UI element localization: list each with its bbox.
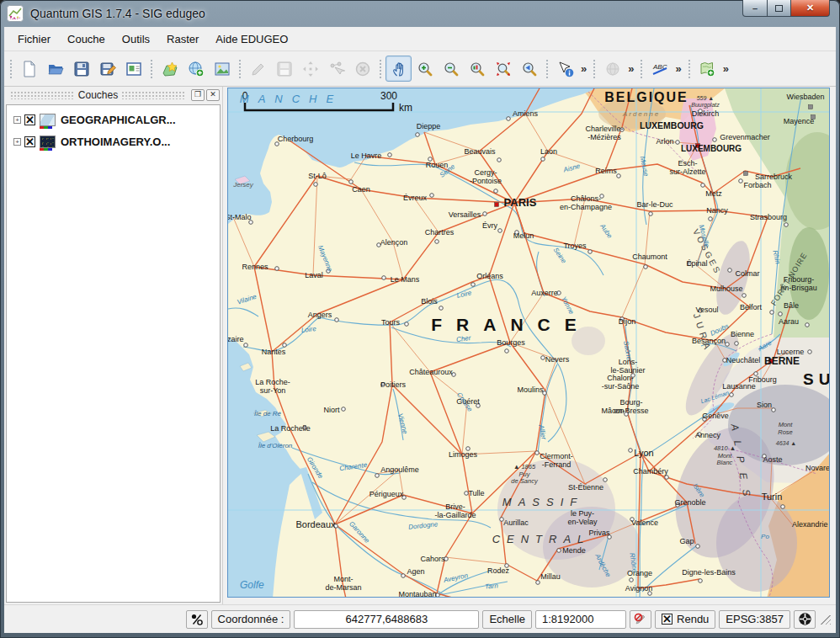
save-project-button[interactable] [68, 56, 94, 82]
menu-fichier[interactable]: Fichier [9, 29, 59, 49]
toolbar-handle[interactable] [640, 59, 643, 79]
save-edits-button[interactable] [271, 56, 297, 82]
maximize-button[interactable] [768, 0, 791, 17]
node-tool-button[interactable] [323, 56, 349, 82]
toolbar-handle[interactable] [238, 59, 242, 79]
toolbar-overflow-chevron[interactable]: » [625, 62, 636, 75]
pan-map-button[interactable] [385, 56, 412, 82]
save-project-as-button[interactable] [94, 56, 120, 82]
scale-field[interactable]: 1:8192000 [535, 610, 626, 629]
svg-text:Agen: Agen [407, 567, 424, 576]
svg-text:Sion: Sion [757, 401, 772, 409]
labeling-button[interactable]: ABC [646, 56, 673, 82]
svg-text:Nantes: Nantes [262, 348, 286, 356]
menu-couche[interactable]: Couche [59, 29, 114, 49]
svg-text:Gap: Gap [679, 537, 694, 545]
svg-text:Angoulême: Angoulême [380, 465, 419, 474]
svg-text:Aurillac: Aurillac [503, 518, 529, 527]
scale-label: Echelle [482, 610, 532, 629]
toolbar-overflow-chevron[interactable]: » [720, 62, 731, 75]
tree-expander-icon[interactable]: + [13, 138, 21, 146]
svg-text:Po: Po [761, 533, 769, 540]
zoom-in-button[interactable] [412, 56, 438, 82]
layer-thumbnail-ortho [40, 136, 56, 148]
edit-pencil-icon [250, 61, 267, 77]
resize-grip[interactable] [821, 614, 831, 625]
panel-float-button[interactable]: ❐ [191, 89, 205, 101]
coordinate-field[interactable]: 642777,6488683 [294, 610, 479, 629]
new-project-button[interactable] [16, 56, 42, 82]
zoom-out-icon [443, 61, 460, 77]
layer-tree[interactable]: + GEOGRAPHICALGR... + ORTHOIMAGERY [6, 104, 221, 603]
svg-text:Metz: Metz [705, 189, 722, 198]
panel-close-button[interactable]: ✕ [206, 89, 220, 101]
zoom-out-button[interactable] [438, 56, 464, 82]
identify-button[interactable] [552, 56, 578, 82]
stop-render-button[interactable] [630, 610, 651, 629]
map-canvas[interactable]: 0 300 km DieppeAmiensCherbourgLe HavreBe… [227, 88, 830, 598]
menu-aide-edugeo[interactable]: Aide EDUGEO [207, 29, 296, 49]
toggle-editing-button[interactable] [245, 56, 271, 82]
crs-projector-icon [798, 612, 812, 626]
svg-text:Tarn: Tarn [485, 582, 499, 590]
crs-status-button[interactable] [794, 610, 816, 629]
menu-raster[interactable]: Raster [158, 29, 207, 49]
toolbar-handle[interactable] [688, 59, 691, 79]
layer-label[interactable]: ORTHOIMAGERY.O... [61, 136, 170, 148]
print-composer-button[interactable] [120, 56, 146, 82]
render-toggle[interactable]: Rendu [655, 610, 715, 629]
svg-text:St-Étienne: St-Étienne [568, 483, 603, 492]
add-edugeo-map-button[interactable] [694, 56, 720, 82]
svg-text:Bâle: Bâle [784, 301, 799, 310]
svg-text:La Roche-sur-Yon: La Roche-sur-Yon [255, 378, 290, 395]
toolbar-handle[interactable] [545, 59, 549, 79]
svg-text:Bordeaux: Bordeaux [295, 519, 336, 529]
menu-outils[interactable]: Outils [114, 29, 158, 49]
new-vector-layer-button[interactable] [157, 56, 183, 82]
svg-text:km: km [399, 102, 412, 114]
layer-label[interactable]: GEOGRAPHICALGR... [61, 114, 176, 126]
coordinate-label: Coordonnée : [211, 610, 291, 629]
layer-row-orthoimagery[interactable]: + ORTHOIMAGERY.O... [8, 130, 218, 152]
svg-text:Le Havre: Le Havre [351, 152, 382, 160]
svg-text:Évreux: Évreux [403, 194, 428, 202]
toolbar-overflow-chevron[interactable]: » [673, 62, 683, 75]
zoom-to-layer-button[interactable] [464, 56, 490, 82]
zoom-full-extent-button[interactable] [490, 56, 516, 82]
web-toolbar: » [599, 56, 636, 82]
svg-text:Chalon--sur-Saône: Chalon--sur-Saône [602, 374, 640, 391]
layers-panel-header[interactable]: Couches ❐ ✕ [4, 87, 222, 104]
svg-text:Moulins: Moulins [517, 385, 544, 394]
close-button[interactable]: ✕ [791, 0, 830, 17]
open-project-button[interactable] [42, 56, 68, 82]
main-toolbar: » » ABC » » [4, 51, 836, 87]
epsg-button[interactable]: EPSG:3857 [719, 610, 790, 629]
tree-expander-icon[interactable]: + [13, 116, 21, 124]
layer-row-geographicalgridsystems[interactable]: + GEOGRAPHICALGR... [8, 109, 218, 130]
toolbar-handle[interactable] [379, 59, 382, 79]
add-wms-layer-button[interactable] [183, 56, 209, 82]
toolbar-handle[interactable] [9, 59, 13, 79]
toggle-extents-button[interactable] [186, 610, 208, 629]
toolbar-handle[interactable] [593, 59, 596, 79]
svg-text:SUISSE: SUISSE [803, 370, 830, 388]
stop-editing-button[interactable] [349, 56, 375, 82]
svg-text:Chambéry: Chambéry [633, 467, 668, 476]
pan-hand-icon [391, 61, 407, 77]
move-feature-button[interactable] [297, 56, 323, 82]
zoom-last-button[interactable] [516, 56, 542, 82]
add-raster-layer-button[interactable] [209, 56, 235, 82]
toolbar-handle[interactable] [150, 59, 153, 79]
toolbar-overflow-chevron[interactable]: » [578, 62, 589, 75]
svg-text:Nevers: Nevers [545, 355, 570, 364]
layer-visibility-checkbox[interactable] [24, 114, 35, 125]
svg-text:Annecy: Annecy [695, 431, 721, 439]
render-checkbox[interactable] [662, 614, 673, 625]
minimize-button[interactable]: – [742, 0, 768, 17]
title-bar[interactable]: Quantum GIS 1.7.4 - SIG edugeo – ✕ [0, 0, 840, 27]
layer-visibility-checkbox[interactable] [24, 136, 35, 147]
svg-text:Privas: Privas [588, 529, 610, 537]
status-bar: Coordonnée : 642777,6488683 Echelle 1:81… [4, 604, 836, 633]
globe-tool-button[interactable] [599, 56, 625, 82]
svg-text:PARIS: PARIS [504, 196, 537, 209]
